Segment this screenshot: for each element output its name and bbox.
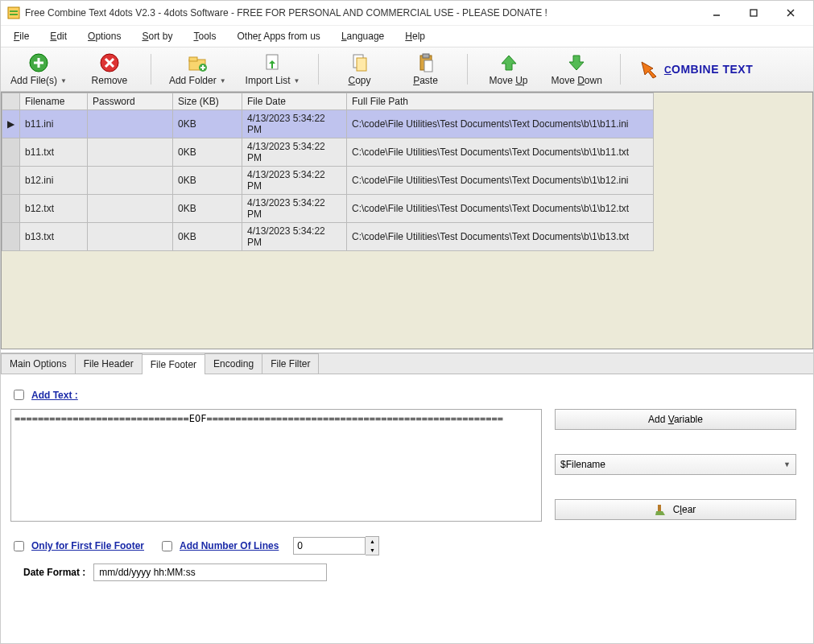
variable-selected: $Filename [560, 459, 605, 470]
svg-marker-26 [502, 56, 516, 70]
separator [467, 54, 468, 85]
footer-text-input[interactable] [10, 409, 542, 522]
add-files-button[interactable]: Add File(s)▼ [6, 51, 72, 88]
combine-text-button[interactable]: COMBINE TEXT [634, 57, 758, 81]
svg-rect-1 [10, 10, 18, 12]
cell-size: 0KB [173, 195, 242, 223]
copy-button[interactable]: Copy [332, 51, 388, 88]
lines-count-input[interactable] [293, 537, 366, 555]
menu-otherapps[interactable]: Other Apps from us [233, 29, 323, 43]
window-title: Free Combine Text 4dots V2.3 - 4dots Sof… [25, 7, 705, 19]
menu-edit[interactable]: Edit [47, 29, 70, 43]
cell-password [88, 138, 173, 167]
svg-rect-4 [750, 10, 757, 16]
chevron-down-icon: ▼ [783, 460, 791, 469]
paste-label: Paste [413, 75, 438, 86]
table-row[interactable]: b12.ini0KB4/13/2023 5:34:22 PMC:\code\Fi… [2, 167, 654, 195]
only-first-footer-checkbox[interactable] [14, 541, 24, 551]
svg-rect-2 [10, 14, 18, 15]
remove-button[interactable]: Remove [81, 51, 138, 88]
cell-path: C:\code\File Utilities\Test Documents\Te… [347, 110, 654, 138]
paste-button[interactable]: Paste [398, 51, 454, 88]
app-icon [7, 6, 20, 19]
menubar: File Edit Options Sort by Tools Other Ap… [1, 25, 813, 47]
tab-file-header[interactable]: File Header [75, 353, 143, 374]
cell-size: 0KB [173, 110, 242, 138]
cell-date: 4/13/2023 5:34:22 PM [242, 138, 347, 167]
separator [318, 54, 319, 85]
date-format-input[interactable] [93, 564, 327, 581]
file-table[interactable]: Filename Password Size (KB) File Date Fu… [2, 93, 654, 251]
tab-file-filter[interactable]: File Filter [262, 353, 319, 374]
svg-marker-27 [569, 56, 584, 70]
svg-rect-24 [423, 54, 429, 58]
row-handle[interactable] [2, 195, 20, 223]
col-password[interactable]: Password [88, 93, 173, 110]
menu-tools[interactable]: Tools [190, 29, 219, 43]
import-list-button[interactable]: Import List▼ [241, 51, 305, 88]
row-handle[interactable]: ▶ [2, 110, 20, 138]
col-path[interactable]: Full File Path [347, 93, 654, 110]
chevron-down-icon: ▼ [294, 77, 300, 85]
add-folder-button[interactable]: Add Folder▼ [164, 51, 231, 88]
row-handle[interactable] [2, 138, 20, 167]
add-variable-button[interactable]: Add Variable [555, 409, 796, 430]
separator [151, 54, 151, 85]
menu-help[interactable]: Help [402, 29, 428, 43]
spin-up-button[interactable]: ▲ [366, 537, 378, 546]
file-footer-panel: Add Text : Add Variable $Filename ▼ Clea… [1, 374, 813, 615]
clear-button[interactable]: Clear [555, 499, 796, 520]
table-row[interactable]: b11.txt0KB4/13/2023 5:34:22 PMC:\code\Fi… [2, 138, 654, 167]
move-down-button[interactable]: Move Down [547, 51, 607, 88]
svg-rect-14 [189, 57, 197, 61]
spin-down-button[interactable]: ▼ [366, 546, 378, 555]
cell-password [88, 195, 173, 223]
maximize-button[interactable] [742, 5, 765, 21]
cell-date: 4/13/2023 5:34:22 PM [242, 167, 347, 195]
table-row[interactable]: ▶b11.ini0KB4/13/2023 5:34:22 PMC:\code\F… [2, 110, 654, 138]
row-handle[interactable] [2, 167, 20, 195]
cell-filename: b13.txt [20, 223, 88, 251]
svg-rect-22 [357, 58, 366, 71]
cell-date: 4/13/2023 5:34:22 PM [242, 223, 347, 251]
svg-marker-30 [655, 511, 665, 515]
row-handle[interactable] [2, 223, 20, 251]
cell-filename: b11.ini [20, 110, 88, 138]
tab-encoding[interactable]: Encoding [205, 353, 262, 374]
col-size[interactable]: Size (KB) [173, 93, 242, 110]
cell-path: C:\code\File Utilities\Test Documents\Te… [347, 167, 654, 195]
menu-language[interactable]: Language [338, 29, 387, 43]
move-up-button[interactable]: Move Up [481, 51, 537, 88]
svg-rect-20 [271, 64, 273, 68]
add-number-lines-checkbox[interactable] [162, 541, 172, 551]
minimize-button[interactable] [705, 5, 728, 21]
broom-icon [655, 503, 668, 516]
table-row[interactable]: b13.txt0KB4/13/2023 5:34:22 PMC:\code\Fi… [2, 223, 654, 251]
add-text-checkbox[interactable] [14, 390, 24, 400]
table-side-blank [654, 93, 812, 251]
chevron-down-icon: ▼ [60, 77, 67, 85]
col-filename[interactable]: Filename [20, 93, 88, 110]
cell-path: C:\code\File Utilities\Test Documents\Te… [347, 138, 654, 167]
table-row[interactable]: b12.txt0KB4/13/2023 5:34:22 PMC:\code\Fi… [2, 195, 654, 223]
cell-size: 0KB [173, 223, 242, 251]
cell-filename: b11.txt [20, 138, 88, 167]
chevron-down-icon: ▼ [220, 77, 226, 85]
close-button[interactable] [779, 5, 802, 21]
file-table-area: Filename Password Size (KB) File Date Fu… [1, 92, 813, 349]
row-header-corner [2, 93, 20, 110]
move-up-label: Move Up [489, 75, 527, 86]
menu-file[interactable]: File [10, 29, 32, 43]
cell-password [88, 110, 173, 138]
cell-password [88, 223, 173, 251]
menu-options[interactable]: Options [85, 29, 124, 43]
combine-label: COMBINE TEXT [664, 63, 753, 76]
tab-main-options[interactable]: Main Options [1, 353, 76, 374]
move-down-label: Move Down [552, 75, 602, 86]
cell-size: 0KB [173, 138, 242, 167]
tab-file-footer[interactable]: File Footer [142, 354, 205, 374]
variable-select[interactable]: $Filename ▼ [555, 454, 796, 475]
menu-sortby[interactable]: Sort by [138, 29, 176, 43]
svg-rect-0 [8, 7, 19, 19]
col-date[interactable]: File Date [242, 93, 347, 110]
